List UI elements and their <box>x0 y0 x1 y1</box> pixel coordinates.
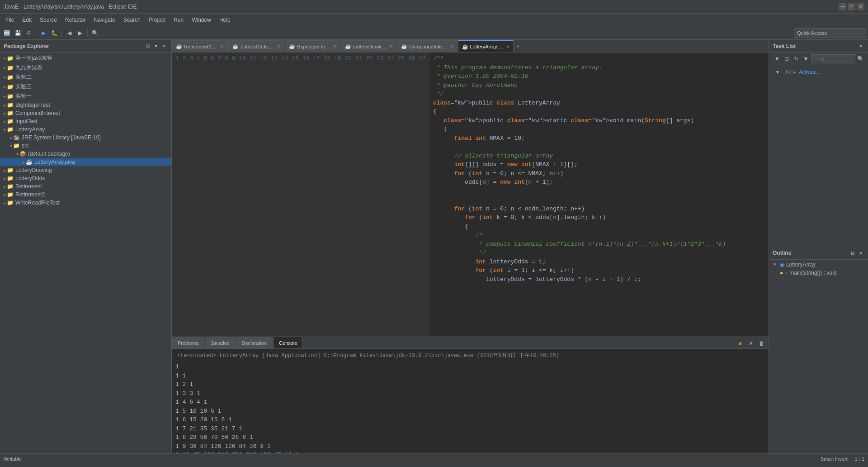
bottom-tab-problems[interactable]: Problems <box>172 337 204 348</box>
editor-area: ☕Retirement2....✕☕LotteryOdds....✕☕BigIn… <box>172 40 769 336</box>
tree-item-exp4[interactable]: ▸📁实验三 <box>0 82 171 91</box>
editor-tab-lotteryodds[interactable]: ☕LotteryOdds....✕ <box>228 40 284 52</box>
editor-tab-bigintegerte[interactable]: ☕BigIntegerTe...✕ <box>285 40 340 52</box>
tree-item-defpkg[interactable]: ▾📦(default package) <box>0 150 171 158</box>
menu-project[interactable]: Project <box>145 16 169 24</box>
bottom-tabs: ProblemsJavadocDeclarationConsole ■ ✕ 🗑 <box>172 336 769 349</box>
tree-item-exp2[interactable]: ▸📁九九乘法表 <box>0 63 171 72</box>
tree-icon: 📁 <box>7 126 14 133</box>
task-activate-label[interactable]: Activate... <box>799 69 821 75</box>
tree-item-LotteryArrayJava[interactable]: ▸☕LotteryArray.java <box>0 158 171 166</box>
outline-collapse-button[interactable]: ⊟ <box>849 249 856 257</box>
task-collapse-button[interactable]: ⊟ <box>782 54 791 64</box>
new-button[interactable]: 🆕 <box>2 28 12 38</box>
tree-item-LotteryDrawing[interactable]: ▸📁LotteryDrawing <box>0 166 171 174</box>
menu-edit[interactable]: Edit <box>19 16 35 24</box>
next-button[interactable]: ▶ <box>75 28 85 38</box>
outline-method-item[interactable]: ● ○ main(String[]) : void <box>773 270 864 276</box>
maximize-button[interactable]: □ <box>848 3 855 10</box>
tree-item-InputTest[interactable]: ▸📁InputTest <box>0 117 171 125</box>
menu-source[interactable]: Source <box>36 16 61 24</box>
bottom-tab-label: Javadoc <box>211 340 229 346</box>
console-remove-button[interactable]: ✕ <box>746 338 756 348</box>
task-filter-button[interactable]: ▼ <box>802 54 810 64</box>
task-refresh-button[interactable]: ↻ <box>792 54 801 64</box>
save-button[interactable]: 💾 <box>13 28 23 38</box>
tab-close-button[interactable]: ✕ <box>220 44 224 49</box>
tree-icon: ☕ <box>26 159 33 165</box>
tree-item-exp3[interactable]: ▸📁实验二 <box>0 72 171 82</box>
console-line: 1 2 1 <box>175 380 765 389</box>
tree-item-jre[interactable]: ▸📚JRE System Library [JavaSE-10] <box>0 133 171 142</box>
task-separator: ▸ <box>793 69 796 75</box>
tree-item-LotteryOdds[interactable]: ▸📁LotteryOdds <box>0 174 171 182</box>
prev-button[interactable]: ◀ <box>64 28 74 38</box>
tree-item-BigIntegerTest[interactable]: ▸📁BigIntegerTest <box>0 101 171 109</box>
menu-search[interactable]: Search <box>120 16 144 24</box>
menu-navigate[interactable]: Navigate <box>90 16 118 24</box>
tree-item-LotteryArray[interactable]: ▾📁LotteryArray <box>0 125 171 133</box>
outline-method-label: main(String[]) : void <box>789 270 836 276</box>
task-new-button[interactable]: ▼ <box>773 54 781 64</box>
bottom-tab-declaration[interactable]: Declaration <box>236 337 273 348</box>
tree-item-Retirement2[interactable]: ▸📁Retirement2 <box>0 191 171 199</box>
bottom-tab-javadoc[interactable]: Javadoc <box>205 337 235 348</box>
tree-item-src[interactable]: ▾📁src <box>0 142 171 150</box>
tree-icon: 📦 <box>19 151 26 157</box>
status-insert-mode: Smart Insert <box>821 456 848 462</box>
editor-tab-lotteryarray[interactable]: ☕LotteryArray....✕ <box>458 40 514 52</box>
pkg-close-button[interactable]: ✕ <box>160 43 168 50</box>
tab-close-button[interactable]: ✕ <box>450 44 453 49</box>
close-button[interactable]: ✕ <box>857 3 864 10</box>
bottom-tab-console[interactable]: Console <box>273 337 303 348</box>
console-line: 1 9 36 84 126 126 84 36 9 1 <box>175 442 765 451</box>
search-button[interactable]: 🔍 <box>90 28 100 38</box>
console-clear-button[interactable]: 🗑 <box>757 338 767 348</box>
console-line: 1 6 15 20 15 6 1 <box>175 415 765 424</box>
tab-close-button[interactable]: ✕ <box>277 44 280 49</box>
quick-access-input[interactable]: Quick Access <box>794 28 866 38</box>
menu-refactor[interactable]: Refactor <box>61 16 89 24</box>
editor-tab-compoundinte[interactable]: ☕CompoundInte...✕ <box>397 40 457 52</box>
console-line: 1 1 <box>175 372 765 381</box>
task-search-button[interactable]: 🔍 <box>856 54 864 64</box>
expand-arrow: ▸ <box>4 94 6 99</box>
tab-close-button[interactable]: ✕ <box>506 44 509 49</box>
minimize-button[interactable]: ─ <box>839 3 846 10</box>
task-list-close-button[interactable]: ✕ <box>857 43 864 50</box>
outline-close-button[interactable]: ✕ <box>857 249 864 257</box>
tree-item-CompoundInterest[interactable]: ▸📁CompoundInterest <box>0 109 171 117</box>
print-button[interactable]: 🖨 <box>24 28 33 38</box>
editor-tab-lotterydrawi[interactable]: ☕LotteryDrawi...✕ <box>341 40 396 52</box>
task-expand-button[interactable]: ▼ <box>773 67 783 77</box>
tree-item-exp5[interactable]: ▸📁实验一 <box>0 91 171 101</box>
menu-run[interactable]: Run <box>170 16 187 24</box>
tree-item-exp1[interactable]: ▸📁第一次java实验 <box>0 53 171 63</box>
tree-label: 九九乘法表 <box>15 64 42 71</box>
tree-label: CompoundInterest <box>15 110 60 116</box>
title-text: JavaE - LotteryArray/src/LotteryArray.ja… <box>4 4 137 10</box>
tree-label: 实验一 <box>15 92 32 100</box>
pkg-menu-button[interactable]: ▼ <box>152 43 160 50</box>
task-find-input[interactable]: Find <box>811 54 855 63</box>
tab-close-button[interactable]: ✕ <box>389 44 392 49</box>
menu-help[interactable]: Help <box>216 16 234 24</box>
code-content[interactable]: /** * This program demonstrates a triang… <box>429 52 769 336</box>
tab-overflow-button[interactable]: » <box>514 40 523 52</box>
menu-window[interactable]: Window <box>188 16 215 24</box>
tree-icon: 📁 <box>7 55 14 62</box>
run-button[interactable]: ▶ <box>38 28 48 38</box>
right-panel: Task List ✕ ▼ ⊟ ↻ ▼ Find 🔍 ▼ All ▸ Activ… <box>769 40 868 453</box>
menu-file[interactable]: File <box>2 16 18 24</box>
pkg-collapse-button[interactable]: ⊟ <box>144 43 151 50</box>
tab-close-button[interactable]: ✕ <box>333 44 336 49</box>
tree-item-Retirement[interactable]: ▸📁Retirement <box>0 182 171 191</box>
method-visibility-icon: ○ <box>785 270 788 275</box>
tree-icon: 📁 <box>7 200 14 206</box>
outline-class-item[interactable]: ▼ ◉ LotteryArray <box>773 262 864 268</box>
tree-item-WriteReadFileTest[interactable]: ▸📁WriteReadFileTest <box>0 199 171 207</box>
tree-label: 实验二 <box>15 73 32 81</box>
console-terminate-button[interactable]: ■ <box>735 338 745 348</box>
editor-tab-retirement[interactable]: ☕Retirement2....✕ <box>172 40 228 52</box>
debug-button[interactable]: 🐛 <box>49 28 59 38</box>
